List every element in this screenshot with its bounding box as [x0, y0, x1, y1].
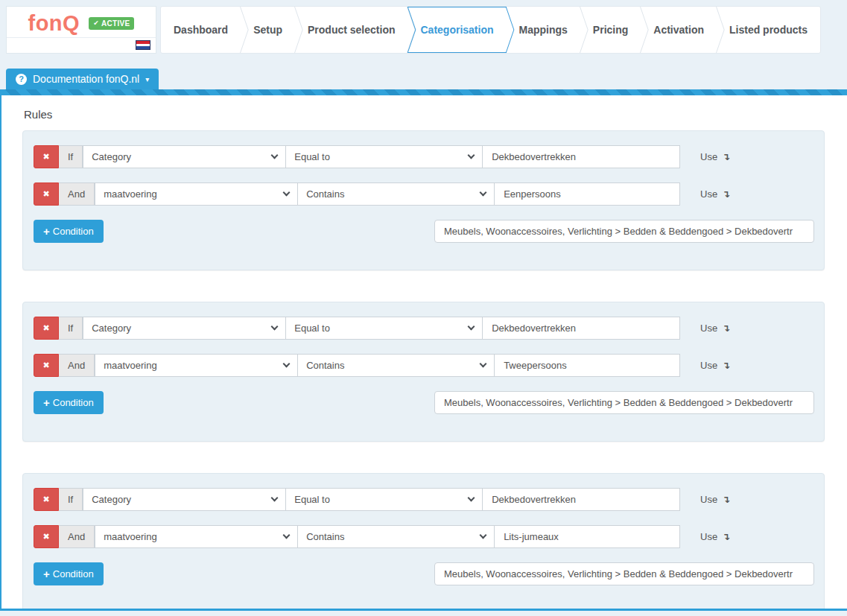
- tab-label: Dashboard: [174, 24, 228, 36]
- delete-condition-button[interactable]: ✖: [34, 525, 59, 548]
- delete-condition-button[interactable]: ✖: [34, 354, 59, 377]
- plus-icon: +: [43, 397, 50, 408]
- condition-connector-label: And: [59, 182, 95, 206]
- operator-select-value: Equal to: [294, 151, 330, 162]
- field-select-value: maatvoering: [104, 360, 157, 371]
- use-control[interactable]: Use↴: [700, 525, 730, 548]
- delete-condition-button[interactable]: ✖: [34, 145, 59, 168]
- condition-value-input[interactable]: [482, 488, 680, 511]
- use-label: Use: [700, 494, 717, 505]
- delete-condition-button[interactable]: ✖: [34, 317, 59, 340]
- chevron-down-icon: [271, 152, 279, 159]
- tab-pricing[interactable]: Pricing: [580, 7, 641, 53]
- category-path-box[interactable]: Meubels, Woonaccessoires, Verlichting > …: [434, 562, 814, 585]
- delete-icon: ✖: [42, 323, 49, 333]
- condition-group: ✖ And maatvoering Contains: [34, 525, 680, 548]
- field-select-value: Category: [92, 151, 131, 162]
- tab-label: Activation: [653, 24, 704, 36]
- documentation-dropdown-button[interactable]: ? Documentation fonQ.nl ▾: [6, 69, 159, 89]
- level-down-icon: ↴: [722, 495, 730, 504]
- add-condition-label: Condition: [53, 226, 94, 237]
- rule-card: ✖ If Category Equal to Use↴ ✖ And maatvo…: [22, 473, 825, 611]
- add-condition-button[interactable]: +Condition: [34, 391, 104, 414]
- delete-icon: ✖: [42, 361, 49, 370]
- use-label: Use: [700, 151, 717, 162]
- chevron-down-icon: [283, 361, 291, 368]
- add-condition-button[interactable]: +Condition: [34, 220, 104, 243]
- tab-dashboard[interactable]: Dashboard: [161, 7, 241, 53]
- condition-value-input[interactable]: [494, 525, 680, 548]
- field-select[interactable]: Category: [83, 145, 286, 168]
- chevron-down-icon: [468, 323, 475, 331]
- level-down-icon: ↴: [722, 189, 730, 199]
- caret-down-icon: ▾: [145, 75, 149, 83]
- condition-group: ✖ If Category Equal to: [34, 145, 680, 168]
- chevron-down-icon: [271, 323, 279, 331]
- tab-activation[interactable]: Activation: [641, 7, 717, 53]
- chevron-down-icon: [283, 532, 291, 539]
- operator-select[interactable]: Equal to: [285, 145, 483, 168]
- condition-row: ✖ If Category Equal to Use↴: [34, 317, 814, 340]
- use-label: Use: [700, 188, 717, 200]
- tab-product-selection[interactable]: Product selection: [295, 7, 407, 53]
- fonq-logo: fonQ: [28, 13, 80, 34]
- tab-label: Listed products: [729, 24, 808, 36]
- field-select[interactable]: maatvoering: [95, 354, 298, 377]
- use-control[interactable]: Use↴: [700, 354, 730, 377]
- operator-select-value: Equal to: [294, 323, 330, 334]
- chevron-down-icon: [480, 361, 487, 368]
- field-select[interactable]: Category: [83, 488, 286, 511]
- category-path-box[interactable]: Meubels, Woonaccessoires, Verlichting > …: [434, 220, 814, 243]
- rules-title: Rules: [24, 108, 825, 121]
- use-label: Use: [700, 323, 717, 334]
- delete-icon: ✖: [42, 495, 49, 504]
- rule-card-footer: +Condition Meubels, Woonaccessoires, Ver…: [34, 220, 814, 243]
- field-select[interactable]: maatvoering: [95, 525, 298, 548]
- condition-connector-label: If: [59, 145, 83, 168]
- operator-select[interactable]: Equal to: [285, 488, 483, 511]
- operator-select[interactable]: Contains: [297, 354, 495, 377]
- use-control[interactable]: Use↴: [700, 317, 730, 340]
- chevron-down-icon: [271, 495, 279, 502]
- operator-select[interactable]: Contains: [297, 525, 495, 548]
- tab-label: Product selection: [308, 24, 395, 36]
- striped-divider: [0, 89, 847, 95]
- plus-icon: +: [43, 568, 50, 580]
- field-select-value: maatvoering: [104, 188, 157, 200]
- use-control[interactable]: Use↴: [700, 182, 730, 206]
- logo-top-row: fonQ ✔ACTIVE: [7, 7, 156, 38]
- question-icon: ?: [16, 74, 27, 85]
- tab-listed-products[interactable]: Listed products: [717, 7, 820, 53]
- condition-group: ✖ If Category Equal to: [34, 488, 680, 511]
- add-condition-button[interactable]: +Condition: [34, 562, 104, 585]
- chevron-down-icon: [283, 189, 291, 197]
- delete-condition-button[interactable]: ✖: [34, 182, 59, 206]
- category-path-box[interactable]: Meubels, Woonaccessoires, Verlichting > …: [434, 391, 814, 414]
- condition-connector-label: If: [59, 317, 83, 340]
- field-select[interactable]: Category: [83, 317, 286, 340]
- operator-select-value: Contains: [306, 188, 344, 200]
- operator-select[interactable]: Contains: [297, 182, 495, 206]
- tab-categorisation[interactable]: Categorisation: [407, 7, 506, 53]
- condition-connector-label: And: [59, 525, 95, 548]
- field-select[interactable]: maatvoering: [95, 182, 298, 206]
- rule-card: ✖ If Category Equal to Use↴ ✖ And maatvo…: [22, 130, 825, 270]
- chevron-down-icon: [468, 152, 475, 159]
- add-condition-label: Condition: [53, 568, 94, 580]
- condition-value-input[interactable]: [494, 354, 680, 377]
- tab-setup[interactable]: Setup: [241, 7, 295, 53]
- tab-mappings[interactable]: Mappings: [507, 7, 580, 53]
- level-down-icon: ↴: [722, 323, 730, 333]
- operator-select[interactable]: Equal to: [285, 317, 483, 340]
- use-control[interactable]: Use↴: [700, 488, 730, 511]
- use-label: Use: [700, 531, 717, 542]
- use-control[interactable]: Use↴: [700, 145, 730, 168]
- condition-value-input[interactable]: [494, 182, 680, 206]
- tab-label: Mappings: [519, 24, 568, 36]
- logo-box: fonQ ✔ACTIVE: [6, 6, 156, 54]
- main-panel: Rules ✖ If Category Equal to Use↴ ✖ And …: [0, 95, 847, 611]
- condition-value-input[interactable]: [482, 317, 680, 340]
- delete-condition-button[interactable]: ✖: [34, 488, 59, 511]
- level-down-icon: ↴: [722, 532, 730, 542]
- condition-value-input[interactable]: [482, 145, 680, 168]
